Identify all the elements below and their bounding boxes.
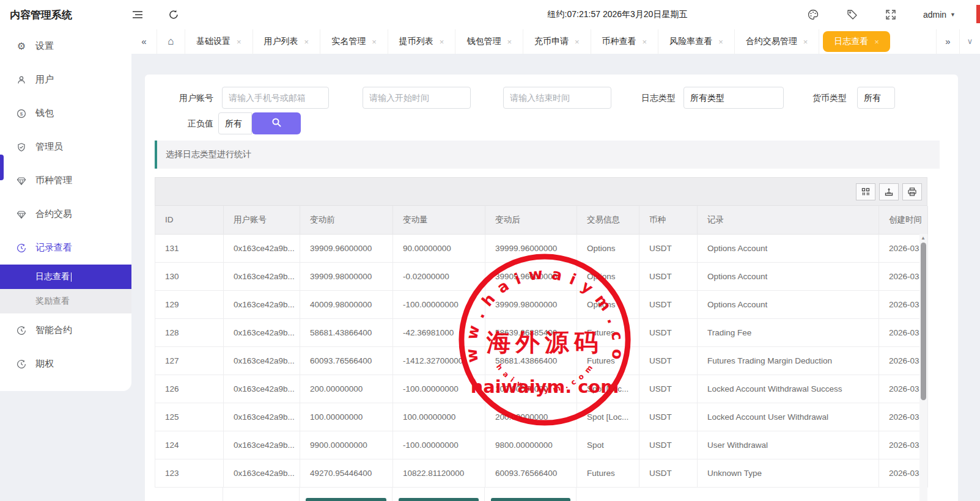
- table-row[interactable]: 1300x163ce42a9b...39909.98000000-0.02000…: [155, 262, 928, 290]
- sidebar-item-label: 期权: [35, 358, 54, 370]
- table-cell: 130: [155, 262, 224, 290]
- sidebar-subitem-奖励查看[interactable]: 奖励查看: [0, 289, 131, 313]
- table-cell: -100.00000000: [393, 431, 485, 459]
- menu-collapse-icon[interactable]: [131, 9, 144, 20]
- tab-合约交易管理[interactable]: 合约交易管理×: [735, 29, 820, 54]
- chevron-down-icon: ▼: [950, 12, 956, 18]
- scrollbar-up-icon[interactable]: ▲: [921, 235, 926, 241]
- tab-实名管理[interactable]: 实名管理×: [320, 29, 388, 54]
- table-cell: 9900.00000000: [300, 431, 393, 459]
- palette-icon[interactable]: [807, 9, 819, 21]
- table-row[interactable]: 1270x163ce42a9b...60093.76566400-1412.32…: [155, 346, 928, 375]
- sidebar-item-智能合约[interactable]: 智能合约: [0, 313, 131, 347]
- svg-text:$: $: [20, 111, 23, 117]
- app-title: 内容管理系统: [0, 8, 131, 22]
- table-scrollbar[interactable]: ▲: [919, 234, 927, 501]
- tabs-scroll-right-icon[interactable]: »: [936, 29, 959, 54]
- refresh-icon[interactable]: [168, 9, 179, 20]
- print-icon[interactable]: [902, 183, 922, 200]
- end-time-input[interactable]: [503, 87, 611, 109]
- sidebar-item-设置[interactable]: ⚙设置: [0, 29, 131, 63]
- table-toolbar: [155, 177, 927, 206]
- sidebar-item-钱包[interactable]: $钱包: [0, 97, 131, 130]
- tabs-dropdown-icon[interactable]: ∨: [959, 29, 980, 54]
- search-button[interactable]: [252, 112, 301, 134]
- sidebar-item-label: 币种管理: [35, 175, 72, 186]
- gear-icon: ⚙: [16, 41, 27, 52]
- sidebar: ⚙设置用户$钱包管理员币种管理合约交易记录查看日志查看奖励查看智能合约期权: [0, 29, 131, 391]
- table-row[interactable]: 1310x163ce42a9b...39909.9600000090.00000…: [155, 234, 928, 262]
- tab-close-icon[interactable]: ×: [507, 37, 512, 46]
- scrollbar-thumb[interactable]: [921, 243, 926, 400]
- value-badge-partial: [399, 498, 479, 501]
- table-head: ID用户账号变动前变动量变动后交易信息币种记录创建时间: [155, 206, 928, 234]
- table-row[interactable]: 1290x163ce42a9b...40009.98000000-100.000…: [155, 290, 928, 318]
- table-cell: 39999.96000000: [485, 234, 577, 262]
- table-cell: USDT: [639, 403, 698, 431]
- table-cell: User Withdrawal: [698, 431, 879, 459]
- tab-close-icon[interactable]: ×: [575, 37, 580, 46]
- sidebar-item-币种管理[interactable]: 币种管理: [0, 164, 131, 197]
- tab-风险率查看[interactable]: 风险率查看×: [658, 29, 735, 54]
- sidebar-item-记录查看[interactable]: 记录查看: [0, 231, 131, 265]
- table-cell: 0x163ce42a9b...: [224, 290, 300, 318]
- table-row[interactable]: 1240x163ce42a9b...9900.00000000-100.0000…: [155, 431, 928, 459]
- top-bar: 内容管理系统 纽约:07:21:57 2026年3月20日星期五 admin ▼: [0, 0, 980, 29]
- tab-close-icon[interactable]: ×: [718, 37, 723, 46]
- tab-用户列表[interactable]: 用户列表×: [253, 29, 321, 54]
- tab-close-icon[interactable]: ×: [874, 37, 879, 46]
- corner-red-badge: [976, 5, 980, 23]
- tab-close-icon[interactable]: ×: [643, 37, 647, 46]
- wallet-icon: $: [16, 108, 27, 119]
- table-row[interactable]: 1260x163ce42a9b...200.00000000-100.00000…: [155, 375, 928, 403]
- columns-grid-icon[interactable]: [856, 183, 875, 200]
- tab-提币列表[interactable]: 提币列表×: [388, 29, 456, 54]
- tab-close-icon[interactable]: ×: [372, 37, 377, 46]
- sign-select[interactable]: 所有值: [218, 112, 252, 134]
- table-cell: -100.00000000: [393, 375, 485, 403]
- user-menu[interactable]: admin ▼: [923, 10, 956, 20]
- table-cell: USDT: [639, 234, 698, 262]
- table-cell: 49270.95446400: [300, 459, 393, 487]
- sidebar-item-label: 管理员: [35, 141, 63, 153]
- tab-close-icon[interactable]: ×: [440, 37, 444, 46]
- fullscreen-icon[interactable]: [885, 9, 896, 20]
- sidebar-item-label: 设置: [35, 40, 54, 52]
- tab-close-icon[interactable]: ×: [237, 37, 241, 46]
- sidebar-subitem-日志查看[interactable]: 日志查看: [0, 265, 131, 289]
- tab-币种查看[interactable]: 币种查看×: [591, 29, 659, 54]
- table-row[interactable]: 1230x163ce42a9b...49270.9544640010822.81…: [155, 459, 928, 487]
- sidebar-item-合约交易[interactable]: 合约交易: [0, 197, 131, 231]
- column-header-用户账号: 用户账号: [224, 206, 300, 234]
- export-icon[interactable]: [879, 183, 899, 200]
- table-cell: 0x163ce42a9b...: [224, 234, 300, 262]
- table-cell: 39909.98000000: [485, 290, 577, 318]
- sidebar-item-管理员[interactable]: 管理员: [0, 130, 131, 164]
- sidebar-item-用户[interactable]: 用户: [0, 63, 131, 97]
- tab-close-icon[interactable]: ×: [304, 37, 309, 46]
- tab-充币申请[interactable]: 充币申请×: [523, 29, 591, 54]
- table-row[interactable]: 1280x163ce42a9b...58681.43866400-42.3698…: [155, 318, 928, 346]
- table-row[interactable]: 1250x163ce42a9b...100.00000000100.000000…: [155, 403, 928, 431]
- admin-shield-icon: [16, 142, 27, 153]
- sidebar-item-期权[interactable]: 期权: [0, 347, 131, 381]
- tabs-scroll-left-icon[interactable]: «: [131, 29, 157, 54]
- table-cell: 60093.76566400: [300, 346, 393, 375]
- start-time-input[interactable]: [363, 87, 471, 109]
- sidebar-item-label: 用户: [35, 74, 54, 86]
- log-type-select[interactable]: 所有类型: [683, 87, 784, 109]
- tab-close-icon[interactable]: ×: [803, 37, 808, 46]
- tab-bar: « ⌂ 基础设置×用户列表×实名管理×提币列表×钱包管理×充币申请×币种查看×风…: [131, 29, 980, 54]
- tab-日志查看[interactable]: 日志查看×: [823, 31, 890, 52]
- table-cell: Trading Fee: [698, 318, 879, 346]
- table-header-row: ID用户账号变动前变动量变动后交易信息币种记录创建时间: [155, 206, 928, 234]
- home-tab-icon[interactable]: ⌂: [157, 29, 185, 54]
- column-header-记录: 记录: [698, 206, 879, 234]
- tab-钱包管理[interactable]: 钱包管理×: [455, 29, 523, 54]
- clock-text: 纽约:07:21:57 2026年3月20日星期五: [526, 9, 709, 20]
- notice-text: 选择日志类型进行统计: [166, 149, 251, 160]
- account-input[interactable]: [222, 87, 329, 109]
- tab-基础设置[interactable]: 基础设置×: [185, 29, 253, 54]
- tag-icon[interactable]: [846, 9, 858, 21]
- currency-type-select[interactable]: 所有: [857, 87, 895, 109]
